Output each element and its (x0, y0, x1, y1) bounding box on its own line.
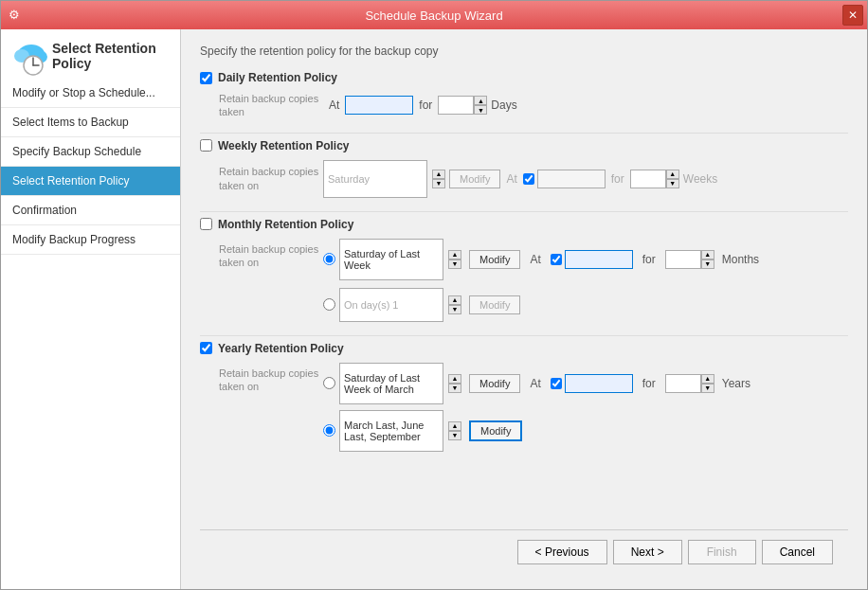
yearly-label: Yearly Retention Policy (218, 342, 344, 355)
yearly-time-input[interactable]: 11:00 AM (565, 374, 633, 393)
daily-header: Daily Retention Policy (200, 71, 848, 84)
titlebar: ⚙ Schedule Backup Wizard ✕ (1, 1, 867, 29)
window-title: Schedule Backup Wizard (365, 9, 502, 23)
monthly-opt2-down[interactable]: ▼ (448, 305, 461, 314)
monthly-for-value[interactable]: 60 (665, 250, 701, 269)
weekly-day-group: Saturday ▲ ▼ (323, 160, 445, 198)
main-panel: Specify the retention policy for the bac… (181, 29, 867, 589)
yearly-opt1-down[interactable]: ▼ (448, 384, 461, 393)
yearly-modify1-btn[interactable]: Modify (469, 374, 520, 393)
main-window: ⚙ Schedule Backup Wizard ✕ Select Retent… (0, 0, 868, 590)
monthly-opt2-up[interactable]: ▲ (448, 295, 461, 305)
daily-checkbox[interactable] (200, 72, 212, 84)
monthly-option1-row: Saturday of Last Week ▲ ▼ Modify At (323, 239, 759, 280)
cancel-button[interactable]: Cancel (762, 540, 833, 564)
weekly-retain-row: Retain backup copies taken on Saturday ▲… (219, 160, 848, 198)
daily-for-value[interactable]: 90 (438, 96, 474, 115)
weekly-time-input[interactable]: 11:00 AM (537, 170, 606, 188)
weekly-for-value[interactable]: 104 (630, 170, 666, 188)
daily-at-label: At (329, 98, 339, 112)
divider3 (200, 335, 848, 336)
monthly-opt1-list-group: Saturday of Last Week ▲ ▼ (339, 239, 461, 280)
sidebar-item-select-retention[interactable]: Select Retention Policy (1, 167, 180, 196)
monthly-spinner-up[interactable]: ▲ (701, 250, 714, 259)
sidebar-item-select-items[interactable]: Select Items to Backup (1, 108, 180, 137)
monthly-modify1-btn[interactable]: Modify (469, 250, 520, 269)
divider1 (200, 133, 848, 134)
previous-button[interactable]: < Previous (517, 540, 607, 564)
yearly-opt1-text: Saturday of Last Week of March (344, 372, 439, 395)
sidebar-item-confirmation[interactable]: Confirmation (1, 196, 180, 225)
weekly-spinner-up[interactable]: ▲ (666, 170, 679, 179)
yearly-opt2-arrows: ▲ ▼ (448, 421, 461, 440)
daily-for-label: for (419, 98, 432, 112)
yearly-opt1-up[interactable]: ▲ (448, 374, 461, 384)
monthly-opt2-list-group: On day(s) 1 ▲ ▼ (339, 288, 461, 322)
weekly-day-up[interactable]: ▲ (432, 170, 445, 179)
yearly-header: Yearly Retention Policy (200, 342, 848, 355)
monthly-unit: Months (722, 253, 759, 266)
weekly-spinner-down[interactable]: ▼ (666, 179, 679, 188)
weekly-day-list[interactable]: Saturday (323, 160, 427, 198)
sidebar-item-specify-schedule[interactable]: Specify Backup Schedule (1, 137, 180, 167)
monthly-radio2[interactable] (323, 298, 335, 311)
weekly-modify-btn[interactable]: Modify (449, 170, 500, 188)
daily-spinner-down[interactable]: ▼ (474, 105, 487, 115)
yearly-spinner-up[interactable]: ▲ (701, 374, 714, 384)
yearly-opt2-list[interactable]: March Last, June Last, September (339, 410, 443, 452)
yearly-spinner-down[interactable]: ▼ (701, 384, 714, 393)
sidebar-title: Select Retention Policy (52, 41, 171, 71)
yearly-opt2-list-group: March Last, June Last, September ▲ ▼ (339, 410, 461, 452)
monthly-radio1[interactable] (323, 253, 335, 265)
yearly-opt2-text: March Last, June Last, September (344, 420, 439, 442)
monthly-spinner: 60 ▲ ▼ (665, 250, 714, 269)
sidebar-item-modify-progress[interactable]: Modify Backup Progress (1, 225, 180, 255)
monthly-at-label: At (530, 253, 540, 266)
yearly-spinner: 10 ▲ ▼ (665, 374, 714, 393)
monthly-opt1-down[interactable]: ▼ (448, 259, 461, 269)
monthly-spinner-down[interactable]: ▼ (701, 259, 714, 269)
yearly-body: Retain backup copies taken on Saturday o… (219, 363, 848, 452)
close-button[interactable]: ✕ (842, 5, 863, 26)
yearly-checkbox[interactable] (200, 342, 212, 354)
weekly-section: Weekly Retention Policy Retain backup co… (200, 139, 848, 198)
sidebar: Select Retention Policy Modify or Stop a… (1, 29, 181, 589)
yearly-modify2-btn[interactable]: Modify (469, 420, 522, 441)
yearly-time-checkbox[interactable] (551, 378, 562, 389)
app-icon: ⚙ (9, 8, 24, 23)
monthly-section: Monthly Retention Policy Retain backup c… (200, 218, 848, 322)
weekly-checkbox[interactable] (200, 139, 212, 152)
yearly-for-value[interactable]: 10 (665, 374, 701, 393)
yearly-at-label: At (530, 377, 540, 390)
weekly-day-down[interactable]: ▼ (432, 179, 445, 188)
monthly-opt1-up[interactable]: ▲ (448, 250, 461, 259)
weekly-time-checkbox[interactable] (523, 173, 534, 185)
monthly-time-checkbox[interactable] (551, 254, 562, 265)
monthly-modify2-btn[interactable]: Modify (469, 295, 520, 314)
yearly-opt1-arrows: ▲ ▼ (448, 374, 461, 393)
monthly-time-group: 11:00 AM (551, 250, 633, 269)
daily-label: Daily Retention Policy (218, 71, 337, 84)
daily-spinner-up[interactable]: ▲ (474, 96, 487, 105)
yearly-radio1[interactable] (323, 377, 335, 389)
daily-time-input[interactable]: 11:00 AM (345, 96, 413, 115)
finish-button[interactable]: Finish (688, 540, 756, 564)
yearly-opt2-up[interactable]: ▲ (448, 421, 461, 431)
daily-retain-label: Retain backup copies taken (219, 92, 323, 119)
monthly-opt2-list[interactable]: On day(s) 1 (339, 288, 443, 322)
footer: < Previous Next > Finish Cancel (200, 529, 848, 574)
next-button[interactable]: Next > (613, 540, 682, 564)
weekly-day-value: Saturday (328, 173, 370, 185)
monthly-checkbox[interactable] (200, 218, 212, 230)
monthly-opt1-list[interactable]: Saturday of Last Week (339, 239, 443, 280)
daily-unit: Days (491, 98, 516, 112)
monthly-opt2-arrows: ▲ ▼ (448, 295, 461, 314)
yearly-opt1-list[interactable]: Saturday of Last Week of March (339, 363, 443, 404)
monthly-spinner-btns: ▲ ▼ (701, 250, 714, 269)
monthly-retain-label: Retain backup copies taken on (219, 242, 323, 270)
sidebar-item-modify-stop[interactable]: Modify or Stop a Schedule... (1, 79, 180, 108)
monthly-time-input[interactable]: 11:00 AM (565, 250, 633, 269)
yearly-radio2[interactable] (323, 424, 335, 437)
yearly-opt2-down[interactable]: ▼ (448, 431, 461, 440)
yearly-opt1-list-group: Saturday of Last Week of March ▲ ▼ (339, 363, 461, 404)
